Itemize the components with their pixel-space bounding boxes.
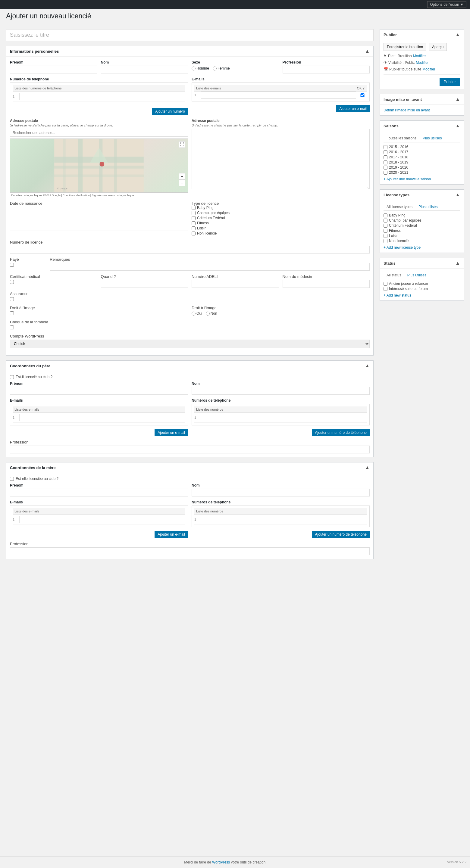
lt-check-2[interactable] [384,219,387,222]
father-coords-header[interactable]: Coordonnées du père ▲ [6,361,373,371]
saison-check-4[interactable] [384,160,387,164]
personal-info-header[interactable]: Informations personnelles ▲ [6,46,373,57]
mother-coords-toggle[interactable]: ▲ [365,465,370,470]
mother-add-email-button[interactable]: Ajouter un e-mail [154,531,188,538]
license-fitness-check[interactable] [192,221,196,225]
postal-address-textarea[interactable] [192,129,370,189]
father-email-input-1[interactable] [19,414,185,421]
father-member-checkbox[interactable] [10,375,14,379]
father-prenom-input[interactable] [10,387,188,395]
mother-member-checkbox[interactable] [10,477,14,481]
assurance-checkbox[interactable] [10,297,14,301]
mother-prenom-input[interactable] [10,489,188,496]
father-add-email-button[interactable]: Ajouter un e-mail [154,429,188,436]
map-fullscreen-btn[interactable]: ⛶ [179,141,185,148]
title-input[interactable] [6,29,374,41]
saisons-tab-popular[interactable]: Plus utilisés [420,134,445,142]
profession-input[interactable] [283,66,370,73]
license-nonlic-check[interactable] [192,231,196,236]
lt-tab-all[interactable]: All license types [384,203,415,211]
saisons-header[interactable]: Saisons ▲ [380,121,464,131]
saison-check-6[interactable] [384,171,387,175]
father-nom-input[interactable] [192,387,370,395]
lt-check-4[interactable] [384,229,387,233]
lt-tab-popular[interactable]: Plus utilisés [415,203,440,211]
license-loisir-check[interactable] [192,226,196,230]
license-criterium-check[interactable] [192,216,196,220]
st-tab-all[interactable]: All status [384,272,404,279]
birthdate-input[interactable] [10,207,188,231]
saisons-toggle[interactable]: ▲ [455,123,460,129]
saison-check-1[interactable] [384,145,387,149]
mother-profession-input[interactable] [10,547,370,555]
phone-input-1[interactable] [19,93,185,100]
saison-check-5[interactable] [384,165,387,169]
footer-wp-link[interactable]: WordPress [212,860,230,864]
sexe-femme-radio[interactable] [213,66,216,70]
prenom-input[interactable] [10,66,97,73]
ok-checkbox-1[interactable] [358,93,367,97]
droit-oui-radio[interactable] [192,312,196,315]
mother-phone-input-1[interactable] [201,516,367,523]
mother-email-input-1[interactable] [19,516,185,523]
nom-input[interactable] [101,66,188,73]
license-champ-check[interactable] [192,211,196,215]
lt-check-5[interactable] [384,234,387,238]
status-modify-link[interactable]: Modifier [413,54,426,58]
sexe-homme-radio[interactable] [192,66,196,70]
lt-check-1[interactable] [384,214,387,217]
add-phone-button[interactable]: Ajouter un numéro [152,108,188,115]
mother-nom-input[interactable] [192,489,370,496]
screen-options-button[interactable]: Options de l'écran ▼ [427,1,466,8]
map-search-input[interactable] [10,129,188,137]
add-saison-link[interactable]: + Ajouter une nouvelle saison [384,177,460,181]
publish-toggle[interactable]: ▲ [455,32,460,37]
medecin-input[interactable] [283,280,370,288]
saison-check-3[interactable] [384,155,387,159]
add-license-type-link[interactable]: + Add new license type [384,245,460,250]
visibility-modify-link[interactable]: Modifier [416,61,429,65]
father-profession-input[interactable] [10,445,370,454]
personal-info-toggle[interactable]: ▲ [365,49,370,54]
preview-button[interactable]: Aperçu [429,43,447,51]
featured-image-header[interactable]: Image mise en avant ▲ [380,94,464,105]
droit-image-checkbox[interactable] [10,311,14,315]
save-draft-button[interactable]: Enregistrer le brouillon [384,43,426,51]
st-check-2[interactable] [384,287,387,291]
publish-header[interactable]: Publier ▲ [380,30,464,40]
st-tab-popular[interactable]: Plus utilisés [404,272,429,279]
add-status-link[interactable]: + Add new status [384,293,460,298]
adeli-input[interactable] [192,280,279,288]
compte-wp-select[interactable]: Choisir [10,340,370,348]
featured-image-link[interactable]: Définir l'image mise en avant [384,108,430,112]
license-types-header[interactable]: License types ▲ [380,190,464,200]
paye-checkbox[interactable] [10,263,14,267]
status-sidebar-toggle[interactable]: ▲ [455,260,460,266]
map-zoom-out[interactable]: − [179,180,185,186]
st-check-1[interactable] [384,282,387,286]
mother-coords-header[interactable]: Coordonnées de la mère ▲ [6,462,373,473]
email-input-1[interactable] [201,92,356,99]
license-number-input[interactable] [10,246,370,253]
father-add-phone-button[interactable]: Ajouter un numéro de téléphone [312,429,370,436]
publish-button[interactable]: Publier [440,78,460,86]
publish-date-link[interactable]: Modifier [422,67,435,71]
cheque-checkbox[interactable] [10,326,14,330]
lt-check-6[interactable] [384,239,387,243]
license-babping-check[interactable] [192,206,196,210]
status-sidebar-header[interactable]: Status ▲ [380,258,464,269]
saison-check-2[interactable] [384,150,387,154]
map-zoom-in[interactable]: + [179,173,185,180]
lt-check-3[interactable] [384,224,387,227]
mother-add-phone-button[interactable]: Ajouter un numéro de téléphone [312,531,370,538]
father-coords-toggle[interactable]: ▲ [365,363,370,369]
saisons-tab-all[interactable]: Toutes les saisons [384,134,420,142]
add-email-button[interactable]: Ajouter un e-mail [336,105,370,112]
license-types-toggle[interactable]: ▲ [455,192,460,197]
featured-image-toggle[interactable]: ▲ [455,97,460,102]
cert-med-checkbox[interactable] [10,280,14,284]
father-phone-input-1[interactable] [201,414,367,421]
remarques-input[interactable] [50,263,370,271]
droit-non-radio[interactable] [206,312,210,315]
quand-input[interactable] [101,280,188,288]
